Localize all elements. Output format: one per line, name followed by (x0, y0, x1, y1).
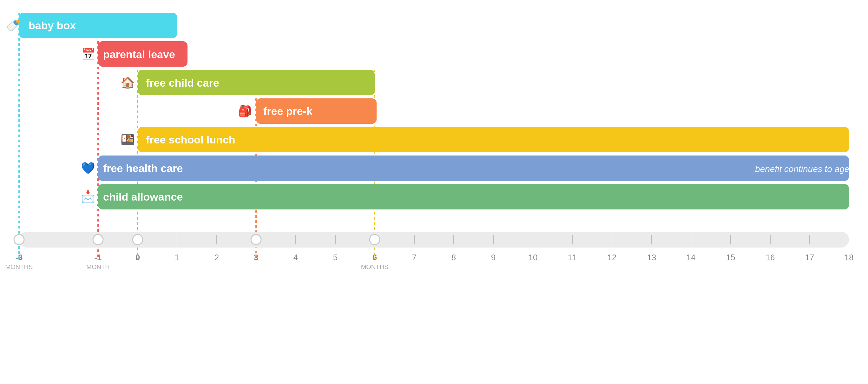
free-health-care-label: free health care (103, 162, 183, 174)
main-svg: 🍼 baby box 📅 parental leave 🏠 free child… (0, 0, 868, 384)
tick-label-minus1: -1 (94, 253, 101, 262)
tick-label-15: 15 (726, 253, 735, 262)
tick-label-8: 8 (452, 253, 456, 262)
child-allowance-icon: 📩 (81, 190, 95, 203)
tick-sublabel-minus3: MONTHS (5, 263, 33, 270)
tick-label-10: 10 (529, 253, 538, 262)
tick-label-5: 5 (333, 253, 338, 262)
tick-circle-3 (251, 235, 261, 245)
free-child-care-icon: 🏠 (121, 76, 135, 89)
tick-label-4: 4 (293, 253, 298, 262)
free-pre-k-icon: 🎒 (238, 104, 252, 118)
axis-background (19, 232, 849, 247)
chart-container: 🍼 baby box 📅 parental leave 🏠 free child… (0, 0, 868, 384)
tick-sublabel-6: MONTHS (361, 263, 389, 270)
parental-leave-label: parental leave (103, 48, 175, 60)
tick-label-6: 6 (372, 253, 377, 262)
tick-label-9: 9 (491, 253, 496, 262)
tick-label-16: 16 (766, 253, 775, 262)
tick-label-3: 3 (254, 253, 258, 262)
free-pre-k-label: free pre-k (263, 105, 312, 117)
free-school-lunch-bar (138, 127, 849, 152)
parental-leave-icon: 📅 (81, 47, 95, 61)
tick-label-1: 1 (175, 253, 179, 262)
tick-circle-minus1 (93, 235, 103, 245)
tick-label-7: 7 (412, 253, 416, 262)
baby-box-icon: 🍼 (6, 19, 21, 32)
tick-sublabel-minus1: MONTH (86, 263, 110, 270)
free-school-lunch-icon: 🍱 (121, 132, 135, 146)
tick-label-12: 12 (608, 253, 617, 262)
child-allowance-label: child allowance (103, 191, 183, 203)
child-allowance-bar (98, 184, 849, 209)
tick-label-2: 2 (214, 253, 219, 262)
free-health-care-note: benefit continues to age 26 → (755, 164, 868, 174)
baby-box-label: baby box (29, 19, 76, 31)
tick-label-11: 11 (568, 253, 577, 262)
tick-label-minus3: -3 (15, 253, 23, 262)
tick-label-13: 13 (647, 253, 656, 262)
free-school-lunch-label: free school lunch (146, 134, 236, 146)
tick-label-14: 14 (686, 253, 696, 262)
tick-circle-6 (370, 235, 380, 245)
tick-circle-0 (133, 235, 143, 245)
free-health-care-icon: 💙 (81, 161, 95, 175)
tick-label-18: 18 (844, 253, 854, 262)
tick-label-17: 17 (805, 253, 814, 262)
free-child-care-label: free child care (146, 77, 219, 89)
tick-circle-minus3 (14, 235, 24, 245)
tick-label-0: 0 (135, 253, 140, 262)
free-health-care-bar (98, 155, 849, 181)
